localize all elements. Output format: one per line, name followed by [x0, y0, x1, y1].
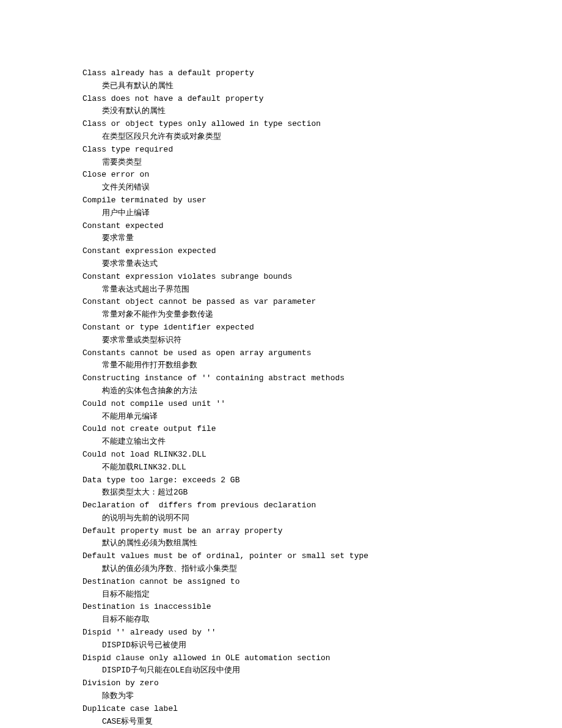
error-chinese: 目标不能指定: [82, 589, 562, 601]
error-chinese: 默认的属性必须为数组属性: [82, 537, 562, 550]
error-english: Default property must be an array proper…: [82, 525, 562, 538]
error-english: Class or object types only allowed in ty…: [82, 118, 562, 131]
error-chinese: 不能加载RLINK32.DLL: [82, 461, 562, 474]
error-entry: Compile terminated by user用户中止编译: [82, 194, 562, 220]
error-entry: Dispid clause only allowed in OLE automa…: [82, 652, 562, 678]
error-chinese: 数据类型太大：超过2GB: [82, 487, 562, 499]
error-english: Constants cannot be used as open array a…: [82, 347, 562, 360]
error-english: Class type required: [82, 144, 562, 156]
error-english: Could not compile used unit '': [82, 398, 562, 411]
error-entry: Constants cannot be used as open array a…: [82, 347, 562, 373]
error-chinese: 类没有默认的属性: [82, 105, 562, 118]
error-english: Constant expected: [82, 220, 562, 233]
error-english: Dispid clause only allowed in OLE automa…: [82, 652, 562, 665]
error-chinese: DISPID标识号已被使用: [82, 639, 562, 652]
error-english: Close error on: [82, 169, 562, 182]
error-entry: Destination cannot be assigned to目标不能指定: [82, 576, 562, 601]
error-entry: Destination is inaccessible目标不能存取: [82, 601, 562, 627]
error-entry: Class does not have a default property类没…: [82, 93, 562, 119]
error-chinese: 要求常量或类型标识符: [82, 334, 562, 347]
error-english: Data type too large: exceeds 2 GB: [82, 474, 562, 487]
error-entry: Class type required需要类类型: [82, 144, 562, 169]
error-english: Could not create output file: [82, 423, 562, 436]
error-chinese: 要求常量表达式: [82, 258, 562, 271]
error-chinese: 不能建立输出文件: [82, 436, 562, 449]
error-messages-list: Class already has a default property类已具有…: [82, 67, 562, 728]
error-chinese: 的说明与先前的说明不同: [82, 512, 562, 525]
error-english: Division by zero: [82, 677, 562, 690]
error-entry: Constant expression expected要求常量表达式: [82, 245, 562, 271]
error-entry: Constant expected要求常量: [82, 220, 562, 246]
error-entry: Constant expression violates subrange bo…: [82, 271, 562, 296]
error-chinese: 文件关闭错误: [82, 182, 562, 194]
error-chinese: 要求常量: [82, 232, 562, 245]
error-english: Default values must be of ordinal, point…: [82, 550, 562, 563]
error-chinese: 目标不能存取: [82, 614, 562, 627]
error-entry: Duplicate case labelCASE标号重复: [82, 703, 562, 728]
error-entry: Could not load RLINK32.DLL不能加载RLINK32.DL…: [82, 449, 562, 474]
error-english: Constant expression violates subrange bo…: [82, 271, 562, 284]
error-chinese: 常量表达式超出子界范围: [82, 284, 562, 296]
error-entry: Constructing instance of '' containing a…: [82, 372, 562, 398]
error-chinese: DISPID子句只能在OLE自动区段中使用: [82, 664, 562, 677]
error-english: Class does not have a default property: [82, 93, 562, 106]
error-english: Declaration of differs from previous dec…: [82, 499, 562, 512]
error-chinese: 用户中止编译: [82, 207, 562, 220]
error-english: Class already has a default property: [82, 67, 562, 80]
error-entry: Division by zero除数为零: [82, 677, 562, 703]
error-chinese: 在类型区段只允许有类或对象类型: [82, 131, 562, 144]
error-chinese: 类已具有默认的属性: [82, 80, 562, 93]
error-english: Destination is inaccessible: [82, 601, 562, 614]
error-english: Dispid '' already used by '': [82, 627, 562, 639]
error-entry: Could not create output file不能建立输出文件: [82, 423, 562, 449]
error-entry: Default values must be of ordinal, point…: [82, 550, 562, 576]
error-entry: Declaration of differs from previous dec…: [82, 499, 562, 525]
error-entry: Class or object types only allowed in ty…: [82, 118, 562, 144]
error-entry: Data type too large: exceeds 2 GB数据类型太大：…: [82, 474, 562, 500]
error-entry: Class already has a default property类已具有…: [82, 67, 562, 93]
error-chinese: 需要类类型: [82, 156, 562, 169]
error-entry: Default property must be an array proper…: [82, 525, 562, 551]
error-chinese: 不能用单元编译: [82, 411, 562, 424]
error-chinese: 除数为零: [82, 690, 562, 703]
error-english: Constructing instance of '' containing a…: [82, 372, 562, 385]
error-english: Constant or type identifier expected: [82, 322, 562, 334]
error-entry: Dispid '' already used by ''DISPID标识号已被使…: [82, 627, 562, 652]
error-chinese: 常量对象不能作为变量参数传递: [82, 309, 562, 322]
error-english: Duplicate case label: [82, 703, 562, 716]
error-english: Compile terminated by user: [82, 194, 562, 207]
error-english: Constant expression expected: [82, 245, 562, 258]
error-english: Could not load RLINK32.DLL: [82, 449, 562, 461]
error-english: Constant object cannot be passed as var …: [82, 296, 562, 309]
error-chinese: 构造的实体包含抽象的方法: [82, 385, 562, 398]
error-entry: Could not compile used unit ''不能用单元编译: [82, 398, 562, 424]
error-entry: Constant object cannot be passed as var …: [82, 296, 562, 322]
error-entry: Close error on文件关闭错误: [82, 169, 562, 194]
error-chinese: 常量不能用作打开数组参数: [82, 359, 562, 372]
error-english: Destination cannot be assigned to: [82, 576, 562, 589]
error-entry: Constant or type identifier expected要求常量…: [82, 322, 562, 347]
error-chinese: 默认的值必须为序数、指针或小集类型: [82, 563, 562, 576]
error-chinese: CASE标号重复: [82, 716, 562, 728]
